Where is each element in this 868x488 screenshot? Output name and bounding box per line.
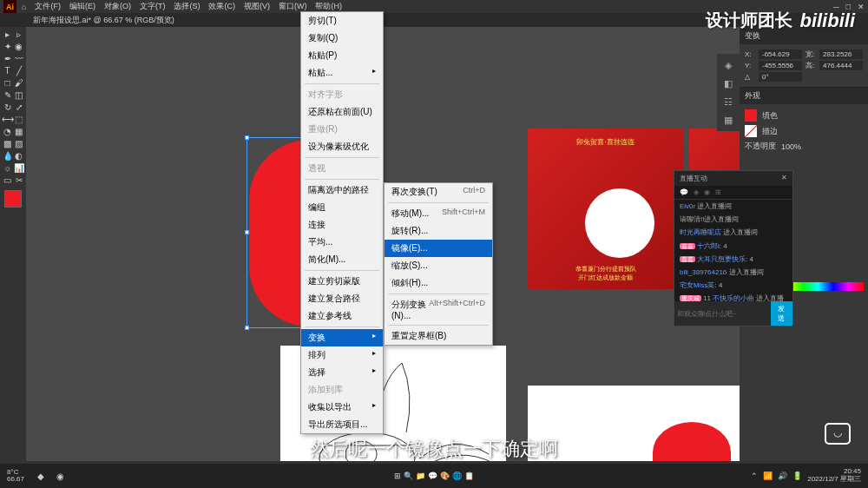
menu-collect-export[interactable]: 收集以导出▸	[301, 399, 383, 416]
rotate-tool[interactable]: ↻	[2, 102, 13, 113]
menu-effect[interactable]: 效果(C)	[208, 1, 235, 12]
symbol-tool[interactable]: ☼	[2, 162, 13, 174]
menu-export-selection[interactable]: 导出所选项目...	[301, 416, 383, 433]
menu-clipping-mask[interactable]: 建立剪切蒙版	[301, 273, 383, 290]
artboard-tool[interactable]: ▭	[2, 175, 13, 186]
chat-input[interactable]	[674, 301, 771, 326]
volume-icon[interactable]: 🔊	[778, 472, 787, 480]
line-tool[interactable]: ╱	[13, 65, 24, 76]
lasso-tool[interactable]: ◉	[13, 41, 24, 52]
submenu-transform-each[interactable]: 分别变换(N)...Alt+Shift+Ctrl+D	[385, 296, 492, 323]
menu-paste[interactable]: 粘贴(P)	[301, 47, 383, 64]
menu-pixel-perfect[interactable]: 设为像素级优化	[301, 138, 383, 155]
graph-tool[interactable]: 📊	[13, 162, 24, 174]
wifi-icon[interactable]: 📶	[763, 472, 773, 480]
h-field[interactable]: 476.4444	[819, 61, 863, 70]
taskbar-app-icon[interactable]: 📋	[464, 472, 474, 480]
menu-average[interactable]: 平均...	[301, 234, 383, 251]
layers-icon[interactable]: ◧	[720, 76, 736, 91]
rectangle-tool[interactable]: □	[2, 77, 13, 89]
menu-file[interactable]: 文件(F)	[35, 1, 61, 12]
appearance-tab[interactable]: 外观	[745, 90, 760, 102]
gradient-tool[interactable]: ▨	[13, 138, 24, 149]
close-icon[interactable]: ✕	[781, 174, 787, 183]
shape-builder-tool[interactable]: ◔	[2, 126, 13, 137]
tray-icon[interactable]: ⌃	[751, 472, 758, 480]
stroke-swatch[interactable]	[745, 125, 757, 137]
taskbar-clock[interactable]: 20:45 2022/12/7 星期三	[807, 468, 861, 484]
opacity-field[interactable]: 100%	[781, 142, 801, 151]
submenu-shear[interactable]: 倾斜(H)...	[385, 274, 492, 292]
properties-icon[interactable]: ◈	[720, 57, 736, 73]
menu-type[interactable]: 文字(T)	[140, 1, 166, 12]
chat-tab-icon[interactable]: ◈	[694, 188, 699, 196]
submenu-transform-again[interactable]: 再次变换(T)Ctrl+D	[385, 183, 492, 201]
magic-wand-tool[interactable]: ✦	[2, 41, 13, 52]
menu-group[interactable]: 编组	[301, 199, 383, 216]
taskbar-app-icon[interactable]: 🌐	[452, 472, 462, 480]
send-button[interactable]: 发送	[771, 301, 792, 326]
menu-edit[interactable]: 编辑(E)	[69, 1, 95, 12]
close-icon[interactable]: ✕	[858, 3, 865, 11]
resize-handle[interactable]	[245, 135, 249, 140]
menu-isolate[interactable]: 隔离选中的路径	[301, 181, 383, 199]
free-transform-tool[interactable]: ⬚	[13, 114, 24, 125]
menu-cut[interactable]: 剪切(T)	[301, 12, 383, 30]
menu-select[interactable]: 选择(S)	[174, 1, 200, 12]
reference-image-1[interactable]: 卯兔贺喜·喜挂连连 恭喜厦门分行提前预队 开门红达成放款金额	[528, 129, 683, 289]
tray-icon[interactable]: ◉	[52, 468, 68, 484]
submenu-reset-bbox[interactable]: 重置定界框(B)	[385, 327, 492, 345]
blend-tool[interactable]: ◐	[13, 150, 24, 162]
resize-handle[interactable]	[245, 230, 249, 234]
bilibili-tv-icon[interactable]	[825, 423, 851, 445]
eraser-tool[interactable]: ◫	[13, 89, 24, 101]
submenu-move[interactable]: 移动(M)...Shift+Ctrl+M	[385, 205, 492, 222]
perspective-tool[interactable]: ▦	[13, 126, 24, 137]
battery-icon[interactable]: 🔋	[792, 472, 802, 480]
menu-arrange[interactable]: 排列▸	[301, 346, 383, 364]
type-tool[interactable]: T	[2, 65, 13, 76]
angle-field[interactable]: 0°	[759, 72, 802, 82]
pen-tool[interactable]: ✒	[2, 53, 13, 64]
menu-simplify[interactable]: 简化(M)...	[301, 251, 383, 268]
start-button[interactable]: ⊞	[394, 472, 401, 480]
menu-copy[interactable]: 复制(Q)	[301, 30, 383, 47]
chat-tab-icon[interactable]: ⊞	[715, 188, 721, 196]
w-field[interactable]: 283.2526	[819, 49, 863, 59]
resize-handle[interactable]	[245, 326, 249, 330]
menu-view[interactable]: 视图(V)	[244, 1, 270, 12]
taskbar-app-icon[interactable]: 🔍	[404, 472, 413, 480]
fill-swatch[interactable]	[745, 109, 757, 122]
menu-transform[interactable]: 变换▸	[301, 329, 383, 346]
menu-undo[interactable]: 还原粘在前面(U)	[301, 103, 383, 121]
chat-tab-icon[interactable]: ◉	[704, 188, 710, 196]
submenu-reflect[interactable]: 镜像(E)...	[385, 240, 492, 257]
submenu-rotate[interactable]: 旋转(R)...	[385, 222, 492, 240]
reference-image-3[interactable]	[528, 386, 740, 461]
menu-compound-path[interactable]: 建立复合路径	[301, 290, 383, 307]
fill-color-swatch[interactable]	[4, 190, 22, 208]
eyedropper-tool[interactable]: 💧	[2, 150, 13, 162]
curvature-tool[interactable]: 〰	[13, 53, 24, 64]
y-field[interactable]: -455.5556	[759, 61, 802, 70]
slice-tool[interactable]: ✂	[13, 175, 24, 186]
document-tab[interactable]: 新年海报设思.ai* @ 66.67 % (RGB/预览)	[26, 15, 181, 26]
taskbar-app-icon[interactable]: 📁	[416, 472, 425, 480]
menu-object[interactable]: 对象(O)	[104, 1, 131, 12]
weather-widget[interactable]: 8°C 66.67	[7, 469, 24, 483]
menu-paste-special[interactable]: 粘贴...▸	[301, 64, 383, 82]
menu-guides[interactable]: 建立参考线	[301, 307, 383, 325]
menu-select-sub[interactable]: 选择▸	[301, 364, 383, 381]
libraries-icon[interactable]: ☷	[720, 94, 736, 109]
tray-icon[interactable]: ◆	[33, 468, 49, 484]
chat-tab-icon[interactable]: 💬	[680, 188, 688, 196]
home-icon[interactable]: ⌂	[22, 3, 26, 11]
shaper-tool[interactable]: ✎	[2, 89, 13, 101]
brush-tool[interactable]: 🖌	[13, 77, 24, 89]
mesh-tool[interactable]: ▩	[2, 138, 13, 149]
width-tool[interactable]: ⟷	[2, 114, 13, 125]
menu-join[interactable]: 连接	[301, 216, 383, 234]
submenu-scale[interactable]: 缩放(S)...	[385, 257, 492, 274]
taskbar-app-icon[interactable]: 🎨	[440, 472, 450, 480]
taskbar-app-icon[interactable]: 💬	[428, 472, 437, 480]
